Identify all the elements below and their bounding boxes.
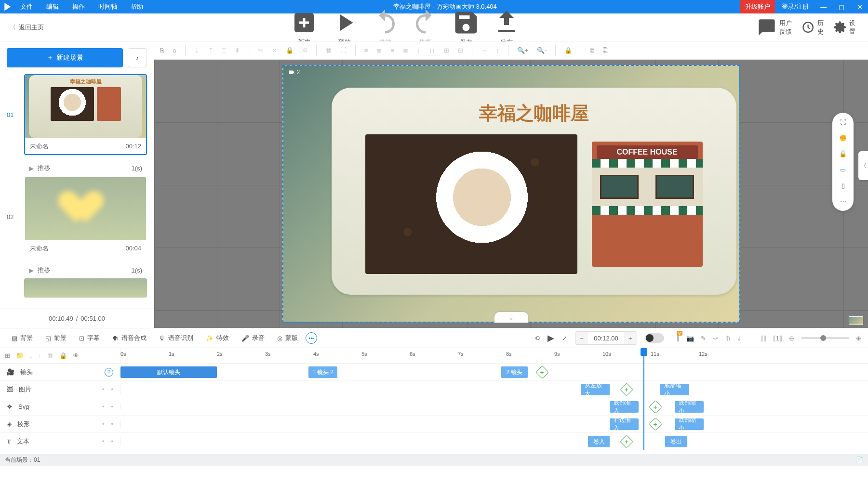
add-track-icon[interactable]: ⊞ bbox=[5, 352, 10, 359]
lock-icon[interactable]: 🔒 bbox=[286, 47, 294, 54]
add-keyframe[interactable]: + bbox=[620, 435, 633, 448]
time-minus[interactable]: − bbox=[575, 332, 588, 344]
clip-default-cam[interactable]: 默认镜头 bbox=[120, 366, 217, 378]
coffee-image[interactable] bbox=[365, 134, 577, 274]
scene-card-1[interactable]: 幸福之咖啡屋 未命名 00:12 bbox=[24, 74, 147, 155]
align-top-icon[interactable]: ⤒ bbox=[208, 47, 214, 54]
scene-transition-1[interactable]: ▶推移 1(s) bbox=[7, 160, 147, 176]
align-up-icon[interactable]: ⇞ bbox=[235, 47, 240, 54]
clip-cam1[interactable]: 1 镜头 2 bbox=[308, 366, 337, 378]
tab-foreground[interactable]: ◱前景 bbox=[40, 334, 71, 342]
trash-icon[interactable]: 🗑 bbox=[47, 352, 53, 359]
zoom-out2-icon[interactable]: ⊖ bbox=[789, 335, 794, 342]
clip-shrink2[interactable]: 底部缩小 bbox=[675, 401, 704, 413]
tab-background[interactable]: ▨背景 bbox=[7, 334, 38, 342]
clip-cam2[interactable]: 2 镜头 bbox=[501, 366, 528, 378]
align-right-icon[interactable]: ≡ bbox=[390, 47, 394, 54]
path-icon[interactable]: ⫰ bbox=[738, 335, 741, 342]
clip-fade-right[interactable]: 右边渐入 bbox=[610, 418, 639, 430]
height-icon[interactable]: ↕ bbox=[496, 47, 499, 54]
distribute-h-icon[interactable]: ⫿ bbox=[417, 47, 420, 54]
help-icon[interactable]: ? bbox=[105, 368, 113, 377]
scene-card-2[interactable]: 未命名 00:04 bbox=[24, 176, 147, 257]
back-home-button[interactable]: 〈 返回主页 bbox=[0, 23, 53, 32]
scene-transition-2[interactable]: ▶推移 1(s) bbox=[7, 262, 147, 278]
filter-icon[interactable]: ⫛ bbox=[725, 335, 731, 342]
tab-record[interactable]: 🎤录音 bbox=[237, 334, 269, 342]
timeline-ruler[interactable]: 0s1s2s3s4s5s6s7s8s9s10s11s12s bbox=[120, 348, 868, 363]
menu-file[interactable]: 文件 bbox=[13, 0, 40, 13]
align-bottom-icon[interactable]: ⤓ bbox=[194, 47, 200, 54]
zoom-out-icon[interactable]: 🔍- bbox=[537, 47, 547, 54]
clip-roll-out[interactable]: 卷出 bbox=[665, 436, 687, 447]
redo-button[interactable]: 恢复 bbox=[411, 8, 440, 47]
flip-h-icon[interactable]: ⇋ bbox=[258, 47, 263, 54]
music-button[interactable]: ♪ bbox=[128, 48, 147, 67]
hand-icon[interactable]: ✊ bbox=[839, 134, 847, 142]
landscape-icon[interactable]: ▭ bbox=[840, 166, 846, 173]
copy2-icon[interactable]: ⿻ bbox=[603, 47, 609, 54]
down-icon[interactable]: ↓ bbox=[29, 352, 33, 359]
play-button[interactable]: ▶ bbox=[548, 333, 554, 343]
unlock-icon[interactable]: 🔓 bbox=[839, 150, 847, 157]
minimize-button[interactable]: — bbox=[815, 0, 832, 13]
shape-track[interactable]: 右边渐入 + 底部缩小 bbox=[120, 416, 868, 432]
panel-handle[interactable]: 〈 bbox=[858, 151, 868, 180]
time-plus[interactable]: + bbox=[624, 332, 637, 344]
zoom-in-icon[interactable]: 🔍+ bbox=[517, 47, 529, 54]
text-track[interactable]: 卷入 + 卷出 bbox=[120, 433, 868, 450]
motion-icon[interactable]: ⤻ bbox=[713, 335, 718, 342]
zoom-slider[interactable] bbox=[801, 337, 849, 339]
align-center-icon[interactable]: ≣ bbox=[376, 47, 382, 54]
clip-zoom-in[interactable]: 从左放大 bbox=[581, 384, 610, 395]
align-justify-icon[interactable]: ≣ bbox=[403, 47, 408, 54]
camera-track[interactable]: 默认镜头 1 镜头 2 2 镜头 + bbox=[120, 364, 868, 380]
lock2-icon[interactable]: 🔒 bbox=[564, 47, 572, 54]
flip-v-icon[interactable]: ⤭ bbox=[272, 47, 277, 54]
feedback-button[interactable]: 用户反馈 bbox=[757, 18, 793, 37]
distribute-v-icon[interactable]: ⫼ bbox=[429, 47, 435, 54]
settings-button[interactable]: 设置 bbox=[833, 19, 856, 36]
save-button[interactable]: 保存 bbox=[452, 8, 481, 47]
link-icon[interactable]: ⟲ bbox=[302, 47, 307, 54]
coffee-house-svg[interactable]: COFFEE HOUSE bbox=[592, 142, 703, 267]
spacing2-icon[interactable]: ⊟ bbox=[458, 47, 463, 54]
clip-roll-in[interactable]: 卷入 bbox=[588, 436, 610, 447]
folder-icon[interactable]: 📁 bbox=[16, 352, 24, 359]
lock-track-icon[interactable]: 🔒 bbox=[59, 352, 67, 359]
add-keyframe[interactable]: + bbox=[649, 400, 662, 414]
canvas-frame[interactable]: 2 幸福之咖啡屋 COFFEE HOUSE ⌄ bbox=[282, 65, 740, 323]
mini-preview[interactable] bbox=[849, 316, 863, 325]
tab-asr[interactable]: 🎙语音识别 bbox=[154, 334, 198, 342]
image-track[interactable]: 从左放大 + 底部缩小 bbox=[120, 381, 868, 398]
maximize-button[interactable]: ▢ bbox=[833, 0, 850, 13]
history-button[interactable]: 历史 bbox=[801, 19, 825, 36]
clip-fade-bottom[interactable]: 底部渐入 bbox=[610, 401, 639, 413]
snap-toggle[interactable] bbox=[645, 333, 664, 343]
expand-handle[interactable]: ⌄ bbox=[494, 312, 528, 323]
clip-shrink3[interactable]: 底部缩小 bbox=[675, 418, 704, 430]
time-stepper[interactable]: − 00:12.00 + bbox=[575, 331, 637, 345]
new-scene-button[interactable]: ＋ 新建场景 bbox=[7, 48, 123, 67]
tab-subtitle[interactable]: ⊡字幕 bbox=[74, 334, 105, 342]
home-icon[interactable]: ⌂ bbox=[173, 47, 176, 54]
add-keyframe[interactable]: + bbox=[535, 365, 549, 379]
align-vcenter-icon[interactable]: ⌶ bbox=[222, 47, 226, 54]
add-keyframe[interactable]: + bbox=[620, 383, 633, 396]
new-button[interactable]: 新建 bbox=[290, 8, 319, 47]
delete-icon[interactable]: 🗑 bbox=[325, 47, 332, 54]
login-button[interactable]: 登录/注册 bbox=[775, 2, 815, 11]
add-keyframe[interactable]: + bbox=[649, 417, 662, 431]
more-tabs-button[interactable]: ••• bbox=[306, 332, 317, 344]
publish-button[interactable]: 发布 bbox=[492, 8, 521, 47]
clip-shrink[interactable]: 底部缩小 bbox=[660, 384, 689, 395]
bracket-in-icon[interactable]: ⟦⟧ bbox=[761, 335, 766, 342]
fullscreen-icon[interactable]: ⛶ bbox=[340, 47, 347, 54]
rewind-icon[interactable]: ⟲ bbox=[534, 335, 540, 342]
zoom-in2-icon[interactable]: ⊕ bbox=[856, 335, 861, 342]
tab-effect[interactable]: ✨特效 bbox=[201, 334, 234, 342]
more-icon[interactable]: ⋯ bbox=[840, 198, 846, 205]
close-button[interactable]: ✕ bbox=[852, 0, 868, 13]
spacing-icon[interactable]: ⊞ bbox=[444, 47, 449, 54]
align-left-icon[interactable]: ≡ bbox=[364, 47, 368, 54]
